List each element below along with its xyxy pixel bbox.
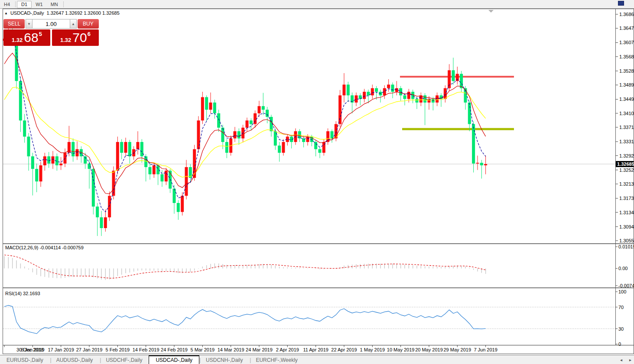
candle (456, 74, 459, 81)
tab-usdchf[interactable]: USDCHF-,Daily (99, 355, 149, 364)
candle (330, 131, 333, 139)
price-axis-label: 1.35680 (619, 54, 634, 59)
period-toolbar: H4 D1 W1 MN (0, 0, 634, 9)
sell-button[interactable]: SELL (3, 19, 25, 29)
buy-button[interactable]: BUY (78, 19, 99, 29)
price-axis-label: 1.34100 (619, 111, 634, 116)
candle (245, 120, 248, 128)
candle (108, 196, 111, 217)
toolbar-separator (63, 1, 64, 7)
price-axis-label: 1.35280 (619, 68, 634, 74)
candle (72, 142, 75, 156)
sell-price-prefix: 1.32 (12, 37, 23, 43)
tab-scroll-left-icon[interactable]: ◂ (620, 358, 622, 362)
rsi-axis-label: 0 (618, 341, 621, 347)
candle (250, 120, 253, 124)
candle (39, 165, 42, 181)
rsi-axis-label: 100 (618, 289, 626, 294)
candle (282, 142, 285, 153)
period-button-mn[interactable]: MN (47, 1, 62, 8)
volume-decrease-button[interactable]: ▼ (26, 19, 33, 29)
period-button-h4[interactable]: H4 (0, 1, 14, 8)
candle (23, 120, 26, 136)
date-axis-label: 11 Apr 2019 (303, 347, 328, 352)
candle (92, 169, 95, 206)
candle (444, 88, 447, 99)
date-axis-label: 1 May 2019 (360, 347, 385, 352)
candle (314, 142, 317, 149)
sell-price-pip: 5 (39, 31, 42, 37)
period-button-w1[interactable]: W1 (32, 1, 47, 8)
price-axis-label: 1.33710 (619, 125, 634, 130)
price-axis-label: 1.32520 (619, 168, 634, 173)
price-axis-label: 1.31340 (619, 210, 634, 215)
buy-price-pip: 6 (88, 31, 91, 37)
buy-price-prefix: 1.32 (60, 37, 71, 43)
tab-eurchf[interactable]: EURCHF-,Weekly (249, 355, 304, 364)
date-axis-label: 5 Mar 2019 (190, 347, 215, 352)
candle (338, 95, 341, 124)
chart-symbol-label: USDCAD-,Daily (10, 10, 44, 16)
rsi-axis-label: 30 (618, 326, 624, 332)
window-icon (618, 1, 624, 6)
candle (104, 217, 107, 228)
candle (342, 84, 345, 95)
date-axis-label: 8 Jan 2019 (21, 347, 44, 352)
price-axis-label: 1.31730 (619, 196, 634, 201)
chart-canvas[interactable]: 1.368601.364701.360701.356801.352801.348… (0, 0, 634, 364)
candle (411, 92, 414, 99)
terminal-workspace: H4 D1 W1 MN 1.368601.364701.360701.35680… (0, 0, 634, 364)
collapse-panel-icon[interactable]: ▲ (4, 11, 8, 15)
candle (395, 88, 398, 92)
macd-indicator-label: MACD(12,26,9) -0.004114 -0.000759 (5, 245, 84, 250)
candle (136, 142, 139, 149)
date-axis-label: 14 Mar 2019 (218, 347, 244, 352)
macd-axis-label: 0.010199 (618, 244, 634, 249)
price-axis-label: 1.36070 (619, 40, 634, 45)
price-axis-label: 1.32130 (619, 181, 634, 187)
candle (391, 84, 394, 92)
date-axis-label: 5 Feb 2019 (105, 347, 130, 352)
candle (177, 203, 180, 212)
candle (306, 137, 309, 142)
candle (47, 156, 50, 164)
date-axis-label: 22 Apr 2019 (331, 347, 357, 352)
buy-price-box[interactable]: 1.32 70 6 (52, 29, 99, 46)
price-axis-label: 1.30940 (619, 224, 634, 229)
candle (116, 142, 119, 171)
candle (165, 171, 168, 181)
date-axis-label: 10 May 2019 (387, 347, 415, 352)
date-axis-label: 14 Feb 2019 (133, 347, 159, 352)
candle (225, 142, 228, 153)
tab-usdcad[interactable]: USDCAD-,Daily (149, 355, 199, 364)
volume-increase-button[interactable]: ▲ (70, 19, 77, 29)
candle (217, 113, 220, 128)
chart-tabs: EURUSD-,DailyAUDUSD-,DailyUSDCHF-,DailyU… (0, 355, 304, 364)
current-price-tag-label: 1.32685 (617, 161, 634, 167)
candle (43, 156, 46, 165)
candle (415, 99, 418, 103)
sell-price-box[interactable]: 1.32 68 5 (3, 29, 50, 46)
candle (452, 70, 455, 81)
tab-scroll-arrows: ◂ ▸ (620, 355, 631, 364)
candle (35, 169, 38, 181)
candle (213, 103, 216, 113)
sell-price-main: 68 (24, 30, 38, 45)
price-axis-label: 1.36860 (619, 12, 634, 17)
candle (484, 164, 487, 165)
price-axis-label: 1.34890 (619, 82, 634, 87)
candle (201, 97, 204, 120)
tab-audusd[interactable]: AUDUSD-,Daily (50, 355, 100, 364)
date-axis-label: 27 Jan 2019 (76, 347, 103, 352)
candle (140, 142, 143, 156)
tab-usdcnh[interactable]: USDCNH-,Daily (199, 355, 249, 364)
chart-tab-bar: EURUSD-,DailyAUDUSD-,DailyUSDCHF-,DailyU… (0, 355, 634, 364)
candle (160, 174, 163, 182)
tab-scroll-right-icon[interactable]: ▸ (629, 358, 631, 362)
period-button-d1[interactable]: D1 (17, 1, 32, 8)
chart-ohlc-values: 1.32647 1.32692 1.32600 1.32685 (47, 10, 120, 16)
candle (128, 142, 131, 156)
volume-input[interactable] (33, 19, 70, 29)
tab-eurusd[interactable]: EURUSD-,Daily (0, 355, 50, 364)
date-axis-label: 24 Feb 2019 (161, 347, 188, 352)
